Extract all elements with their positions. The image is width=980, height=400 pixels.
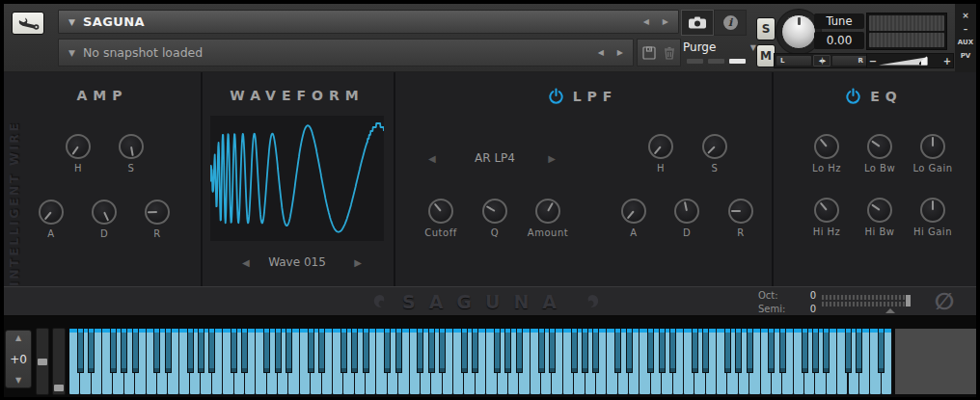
prev-instrument-icon[interactable]: ◀ — [643, 17, 649, 26]
purge-menu[interactable]: Purge ▼ — [683, 40, 760, 55]
knob-r[interactable]: R — [136, 200, 178, 239]
piano-key-black[interactable] — [110, 329, 117, 373]
octave-down-button[interactable]: ▼ — [15, 376, 21, 385]
knob-amount[interactable]: Amount — [527, 199, 569, 238]
piano-key-black[interactable] — [549, 329, 556, 373]
pan-slider[interactable]: L ◂|▸ R — [774, 53, 870, 68]
minimize-icon[interactable]: – — [964, 25, 968, 34]
piano-key-black[interactable] — [516, 329, 523, 373]
piano-key-black[interactable] — [504, 329, 511, 373]
knob-lo-bw[interactable]: Lo Bw — [858, 134, 901, 173]
piano-key-black[interactable] — [286, 329, 292, 373]
knob-lo-gain[interactable]: Lo Gain — [912, 134, 954, 173]
piano-key-black[interactable] — [702, 329, 709, 373]
chevron-down-icon[interactable]: ▼ — [68, 17, 75, 27]
knob-hi-bw[interactable]: Hi Bw — [858, 198, 901, 237]
knob-h[interactable]: H — [640, 134, 682, 173]
piano-key-black[interactable] — [208, 329, 215, 373]
piano-key-black[interactable] — [802, 329, 808, 373]
piano-key-black[interactable] — [439, 329, 446, 373]
piano-key-black[interactable] — [461, 329, 468, 373]
piano-key-black[interactable] — [669, 329, 676, 373]
piano-key-black[interactable] — [308, 329, 314, 373]
piano-key-black[interactable] — [823, 329, 830, 373]
scrollbar-handle[interactable] — [38, 359, 47, 365]
piano-key-black[interactable] — [724, 329, 731, 373]
octave-shift-value[interactable]: +0 — [10, 353, 27, 366]
tune-value[interactable]: 0.00 — [814, 32, 864, 49]
mute-button[interactable]: M — [756, 44, 776, 67]
knob-lo-hz[interactable]: Lo Hz — [805, 134, 848, 173]
knob-hi-gain[interactable]: Hi Gain — [912, 198, 954, 237]
piano-key-black[interactable] — [647, 329, 654, 373]
volume-slider[interactable]: − + — [866, 53, 954, 68]
piano-key-black[interactable] — [275, 329, 282, 373]
piano-key-black[interactable] — [626, 329, 633, 373]
piano-key-black[interactable] — [571, 329, 578, 373]
piano-key-black[interactable] — [417, 329, 423, 373]
piano-key-black[interactable] — [614, 329, 621, 373]
knob-cutoff[interactable]: Cutoff — [420, 199, 462, 238]
knob-d[interactable]: D — [666, 199, 708, 238]
piano-key-black[interactable] — [779, 329, 786, 373]
piano-key-black[interactable] — [878, 329, 885, 373]
knob-a[interactable]: A — [30, 200, 72, 239]
piano-key-black[interactable] — [472, 329, 478, 373]
piano-key-black[interactable] — [77, 329, 84, 373]
piano-key-black[interactable] — [538, 329, 545, 373]
piano-key-black[interactable] — [241, 329, 248, 373]
piano-key-black[interactable] — [363, 329, 369, 373]
close-icon[interactable]: × — [962, 12, 969, 20]
snapshot-view-tab[interactable] — [681, 10, 714, 36]
solo-button[interactable]: S — [756, 17, 776, 40]
piano-key-black[interactable] — [582, 329, 588, 373]
piano-key-black[interactable] — [812, 329, 819, 373]
piano-key-black[interactable] — [692, 329, 698, 373]
knob-a[interactable]: A — [612, 199, 655, 238]
piano-key-black[interactable] — [165, 329, 172, 373]
edit-instrument-button[interactable] — [12, 12, 44, 35]
piano-key-black[interactable] — [187, 329, 194, 373]
aux-button[interactable]: aux — [958, 39, 973, 47]
keyboard-scrollbar[interactable] — [36, 328, 49, 395]
keyboard[interactable] — [69, 329, 892, 394]
piano-key-black[interactable] — [494, 329, 501, 373]
piano-key-black[interactable] — [153, 329, 160, 373]
piano-key-black[interactable] — [768, 329, 775, 373]
piano-key-black[interactable] — [428, 329, 435, 373]
piano-key-black[interactable] — [845, 329, 852, 373]
volume-track[interactable] — [879, 55, 941, 67]
knob-s[interactable]: S — [110, 134, 152, 173]
piano-key-black[interactable] — [856, 329, 862, 373]
piano-key-black[interactable] — [659, 329, 666, 373]
tuning-slider[interactable] — [822, 295, 911, 307]
tune-knob[interactable] — [781, 14, 816, 49]
piano-key-black[interactable] — [263, 329, 270, 373]
save-snapshot-icon[interactable] — [642, 46, 656, 60]
snapshot-bar[interactable]: ▼ No snapshot loaded ◀ ▶ — [58, 39, 634, 67]
piano-key-black[interactable] — [340, 329, 347, 373]
knob-s[interactable]: S — [694, 134, 736, 173]
instrument-title-bar[interactable]: ▼ SAGUNA ◀ ▶ — [58, 10, 679, 34]
keyboard-zoom-track[interactable] — [52, 328, 66, 395]
next-instrument-icon[interactable]: ▶ — [663, 17, 668, 26]
pan-center-icon[interactable]: ◂|▸ — [813, 55, 830, 67]
chevron-down-icon[interactable]: ▼ — [68, 48, 75, 58]
prev-snapshot-icon[interactable]: ◀ — [598, 48, 604, 57]
piano-key-black[interactable] — [592, 329, 599, 373]
knob-r[interactable]: R — [720, 199, 762, 238]
piano-key-black[interactable] — [132, 329, 139, 373]
octave-up-button[interactable]: ▲ — [15, 333, 21, 342]
piano-key-black[interactable] — [384, 329, 391, 373]
wave-next-button[interactable]: ▶ — [354, 257, 362, 269]
piano-key-black[interactable] — [747, 329, 753, 373]
pv-button[interactable]: pv — [961, 52, 971, 61]
knob-hi-hz[interactable]: Hi Hz — [805, 198, 848, 237]
piano-key-black[interactable] — [231, 329, 237, 373]
knob-h[interactable]: H — [57, 134, 99, 173]
piano-key-black[interactable] — [351, 329, 358, 373]
piano-key-black[interactable] — [198, 329, 204, 373]
info-view-tab[interactable]: i — [714, 10, 747, 36]
knob-q[interactable]: Q — [474, 199, 516, 238]
delete-snapshot-icon[interactable] — [664, 46, 675, 60]
